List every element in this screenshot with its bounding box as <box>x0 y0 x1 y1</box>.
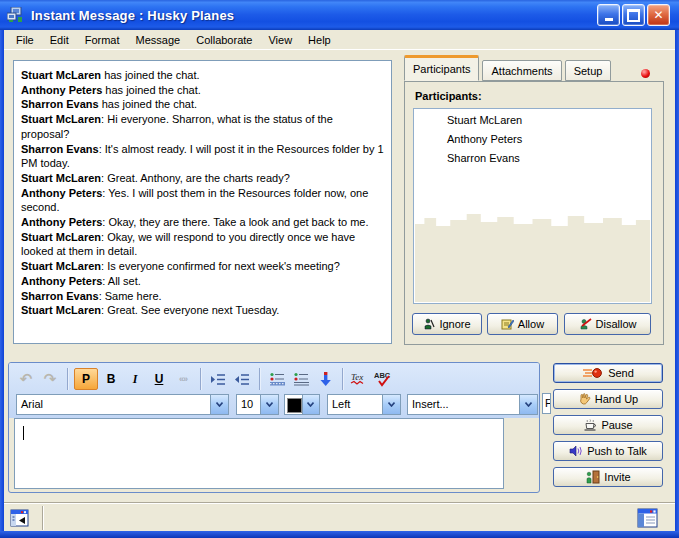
close-button[interactable]: ✕ <box>647 4 670 26</box>
paragraph-button[interactable]: P <box>74 368 98 390</box>
app-icon <box>7 7 25 23</box>
menu-view[interactable]: View <box>260 32 300 48</box>
indent-increase-icon[interactable] <box>207 368 229 390</box>
redo-icon[interactable]: ↷ <box>39 368 61 390</box>
speaker-icon <box>569 445 583 457</box>
chat-message-text: has joined the chat. <box>101 69 199 81</box>
tab-setup[interactable]: Setup <box>565 60 612 81</box>
chat-message-author: Stuart McLaren <box>21 69 101 81</box>
underline-button[interactable]: U <box>148 368 170 390</box>
participants-list[interactable]: Stuart McLarenAnthony PetersSharron Evan… <box>413 108 652 304</box>
font-size-value: 10 <box>237 395 260 414</box>
disallow-button-label: Disallow <box>596 318 637 330</box>
compose-panel: ↶ ↷ P B I U «» <box>8 362 540 493</box>
chat-message-text: : Great. See everyone next Tuesday. <box>101 304 279 316</box>
indent-decrease-icon[interactable] <box>231 368 253 390</box>
chevron-down-icon[interactable] <box>382 395 400 414</box>
format-toolbar: ↶ ↷ P B I U «» <box>15 365 395 393</box>
menu-collaborate[interactable]: Collaborate <box>188 32 260 48</box>
toolbar-separator <box>342 368 343 390</box>
minimize-button[interactable] <box>597 4 620 26</box>
clipped-dropdown[interactable]: F <box>542 393 551 414</box>
insert-arrow-down-icon[interactable] <box>314 368 336 390</box>
push-to-talk-button[interactable]: Push to Talk <box>553 441 663 461</box>
chevron-down-icon[interactable] <box>260 395 278 414</box>
participant-row[interactable]: Sharron Evans <box>414 147 651 166</box>
participants-label: Participants: <box>415 90 482 102</box>
align-select[interactable]: Left <box>327 394 401 415</box>
chat-log: Stuart McLaren has joined the chat.Antho… <box>13 60 392 344</box>
chat-message-author: Sharron Evans <box>21 290 99 302</box>
text-style-icon[interactable]: Tex <box>349 368 371 390</box>
menu-format[interactable]: Format <box>77 32 128 48</box>
chat-message-text: : Same here. <box>99 290 162 302</box>
participant-row[interactable]: Anthony Peters <box>414 128 651 147</box>
ignore-button-label: Ignore <box>439 318 470 330</box>
participant-row[interactable]: Stuart McLaren <box>414 109 651 128</box>
marker-list-icon[interactable] <box>290 368 312 390</box>
menu-help[interactable]: Help <box>300 32 339 48</box>
message-input[interactable] <box>14 418 504 489</box>
send-icon <box>582 367 604 379</box>
insert-select[interactable]: Insert... <box>407 394 538 415</box>
chevron-down-icon[interactable] <box>210 395 228 414</box>
color-swatch <box>287 398 302 413</box>
spell-check-icon[interactable]: ABC <box>373 368 395 390</box>
window-border-left <box>0 30 4 538</box>
chat-message-author: Stuart McLaren <box>21 172 101 184</box>
align-value: Left <box>328 395 382 414</box>
collapse-panel-icon[interactable] <box>9 507 31 529</box>
chat-message: Stuart McLaren: Is everyone confirmed fo… <box>21 259 384 274</box>
plain-text-icon[interactable]: «» <box>172 368 194 390</box>
disallow-button[interactable]: Disallow <box>564 313 651 335</box>
chat-message-author: Sharron Evans <box>21 98 99 110</box>
insert-value: Insert... <box>408 395 519 414</box>
pause-button[interactable]: Pause <box>553 415 663 435</box>
window-title: Instant Message : Husky Planes <box>31 8 597 23</box>
marker-list-hatched-icon[interactable] <box>266 368 288 390</box>
menu-edit[interactable]: Edit <box>42 32 77 48</box>
chevron-down-icon[interactable] <box>519 395 537 414</box>
statusbar-separator <box>42 506 44 530</box>
chat-message: Stuart McLaren: Hi everyone. Sharron, wh… <box>21 112 384 141</box>
toolbar-separator <box>200 368 201 390</box>
tab-attachments[interactable]: Attachments <box>482 60 561 81</box>
menu-bar: FileEditFormatMessageCollaborateViewHelp <box>4 30 679 50</box>
chat-message: Sharron Evans has joined the chat. <box>21 97 384 112</box>
chevron-down-icon[interactable] <box>302 395 319 414</box>
italic-button[interactable]: I <box>124 368 146 390</box>
chat-message-text: : All set. <box>102 275 141 287</box>
ignore-button[interactable]: Ignore <box>412 313 482 335</box>
chat-message: Stuart McLaren: Okay, we will respond to… <box>21 230 384 259</box>
bold-button[interactable]: B <box>100 368 122 390</box>
chat-message: Anthony Peters: All set. <box>21 274 384 289</box>
panel-layout-icon[interactable] <box>636 506 660 530</box>
toolbar-separator <box>259 368 260 390</box>
chat-message-text: : Is everyone confirmed for next week's … <box>101 260 340 272</box>
invite-button[interactable]: Invite <box>553 467 663 487</box>
hand-up-button[interactable]: Hand Up <box>553 389 663 409</box>
tab-participants[interactable]: Participants <box>404 55 479 81</box>
font-color-select[interactable] <box>284 394 320 415</box>
maximize-button[interactable] <box>622 4 645 26</box>
ignore-person-icon <box>423 318 435 330</box>
status-led-icon <box>641 69 650 78</box>
send-button-label: Send <box>608 367 634 379</box>
toolbar-separator <box>67 368 68 390</box>
chat-message-author: Sharron Evans <box>21 143 99 155</box>
chat-message-text: has joined the chat. <box>102 84 200 96</box>
chat-message: Anthony Peters: Okay, they are there. Ta… <box>21 215 384 230</box>
chat-message-text: has joined the chat. <box>99 98 197 110</box>
font-family-select[interactable]: Arial <box>16 394 229 415</box>
allow-button[interactable]: Allow <box>487 313 558 335</box>
chat-message-author: Anthony Peters <box>21 187 102 199</box>
chat-message-author: Stuart McLaren <box>21 260 101 272</box>
chat-message-text: : Great. Anthony, are the charts ready? <box>101 172 290 184</box>
send-button[interactable]: Send <box>553 363 663 383</box>
render-artifact <box>415 214 650 302</box>
chat-message-text: : Okay, they are there. Take a look and … <box>102 216 368 228</box>
menu-file[interactable]: File <box>8 32 42 48</box>
font-size-select[interactable]: 10 <box>236 394 279 415</box>
undo-icon[interactable]: ↶ <box>15 368 37 390</box>
menu-message[interactable]: Message <box>128 32 189 48</box>
